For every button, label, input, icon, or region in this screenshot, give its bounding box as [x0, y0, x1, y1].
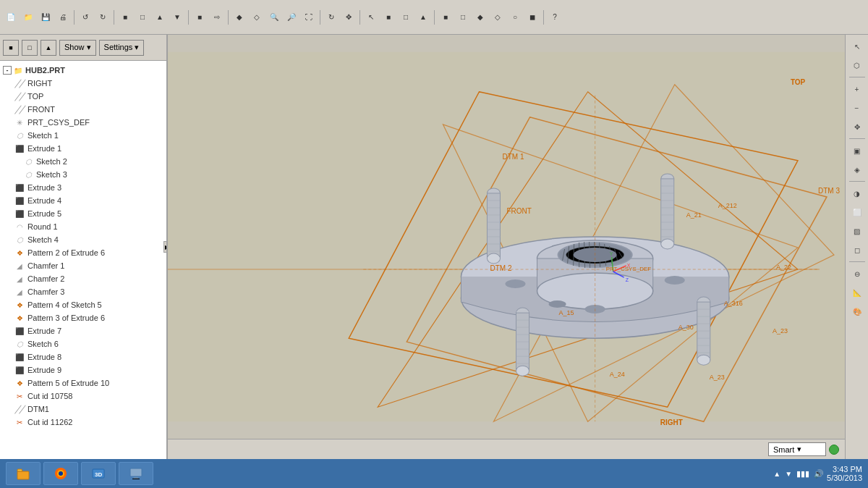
toolbar-select[interactable]: ↖	[363, 9, 379, 25]
tree-item-dtm1[interactable]: ╱╱DTM1	[0, 403, 166, 416]
sep8	[543, 10, 544, 25]
toolbar-btn10[interactable]: □	[398, 9, 414, 25]
tree-area[interactable]: - 📁 HUB2.PRT ╱╱RIGHT╱╱TOP╱╱FRONT✳PRT_CSY…	[0, 61, 166, 459]
tree-item-extrude7[interactable]: ⬛Extrude 7	[0, 324, 166, 337]
toolbar-rotate[interactable]: ↻	[323, 9, 339, 25]
tree-item-sketch1[interactable]: ⬡Sketch 1	[0, 129, 166, 142]
toolbar-btn8[interactable]: ◇	[249, 9, 265, 25]
toolbar-btn1[interactable]: ■	[117, 9, 133, 25]
svg-text:DTM 3: DTM 3	[818, 187, 840, 195]
svg-text:A_24: A_24	[610, 371, 625, 378]
taskbar-desktop[interactable]	[119, 462, 153, 485]
panel-icon-3[interactable]: ▲	[41, 40, 56, 56]
root-expand[interactable]: -	[3, 66, 12, 75]
tree-icon-pattern: ❖	[14, 378, 25, 388]
toolbar-open[interactable]: 📁	[20, 9, 36, 25]
tray-arrow-down[interactable]: ▼	[785, 470, 792, 478]
rt-hidden-lines[interactable]: ▨	[848, 222, 866, 240]
taskbar-cad-app[interactable]: 3D	[81, 462, 116, 485]
tree-item-extrude3[interactable]: ⬛Extrude 3	[0, 181, 166, 194]
rt-section[interactable]: ⊖	[848, 265, 866, 282]
toolbar-new[interactable]: 📄	[3, 9, 19, 25]
tree-item-chamfer1[interactable]: ◢Chamfer 1	[0, 259, 166, 272]
rt-measure[interactable]: 📐	[848, 284, 866, 301]
tree-item-sketch6[interactable]: ⬡Sketch 6	[0, 337, 166, 350]
toolbar-redo[interactable]: ↻	[95, 9, 111, 25]
taskbar-file-manager[interactable]	[6, 462, 41, 485]
toolbar-pan[interactable]: ✥	[341, 9, 357, 25]
toolbar-btn2[interactable]: □	[135, 9, 150, 25]
panel-icon-1[interactable]: ■	[3, 40, 19, 56]
tree-item-pattern5-extrude10[interactable]: ❖Pattern 5 of Extrude 10	[0, 376, 166, 390]
tree-item-round1[interactable]: ◠Round 1	[0, 220, 166, 233]
tree-item-extrude1[interactable]: ⬛Extrude 1	[0, 142, 166, 155]
rt-pan[interactable]: ✥	[848, 118, 866, 135]
tree-item-cut-id-11262[interactable]: ✂Cut id 11262	[0, 416, 166, 429]
tree-item-extrude4[interactable]: ⬛Extrude 4	[0, 194, 166, 207]
tree-item-prt-csys-def[interactable]: ✳PRT_CSYS_DEF	[0, 116, 166, 129]
rt-zoom-in[interactable]: +	[848, 80, 866, 98]
tree-item-extrude9[interactable]: ⬛Extrude 9	[0, 363, 166, 376]
settings-dropdown[interactable]: Settings ▾	[99, 40, 145, 56]
panel-icon-2[interactable]: □	[22, 40, 38, 56]
toolbar-print[interactable]: 🖨	[55, 9, 71, 25]
toolbar-zoom-in[interactable]: 🔍	[266, 9, 282, 25]
toolbar-help[interactable]: ?	[547, 9, 563, 25]
rt-appearance[interactable]: 🎨	[848, 303, 866, 320]
tree-item-cut-id-10758[interactable]: ✂Cut id 10758	[0, 390, 166, 403]
toolbar-btn7[interactable]: ◆	[231, 9, 247, 25]
rt-select[interactable]: ↖	[848, 38, 866, 55]
viewport[interactable]: X Y Z TOP DTM 1 DTM 2 DTM 3 FRONT PRT_CS…	[168, 35, 845, 459]
tree-item-sketch4[interactable]: ⬡Sketch 4	[0, 233, 166, 246]
tray-volume-icon[interactable]: 🔊	[814, 469, 824, 479]
toolbar-undo[interactable]: ↺	[77, 9, 93, 25]
tree-icon-pattern: ❖	[14, 248, 25, 258]
svg-text:A_23: A_23	[710, 374, 725, 381]
toolbar-btn5[interactable]: ■	[192, 9, 208, 25]
tree-icon-plane: ╱╱	[14, 104, 25, 114]
tree-item-pattern2-extrude6[interactable]: ❖Pattern 2 of Extrude 6	[0, 246, 166, 259]
tree-item-top-plane[interactable]: ╱╱TOP	[0, 90, 166, 103]
rt-zoom-out[interactable]: −	[848, 99, 866, 117]
tree-item-pattern3-extrude6[interactable]: ❖Pattern 3 of Extrude 6	[0, 311, 166, 324]
rt-view-mgr[interactable]: ▣	[848, 142, 866, 159]
toolbar-btn12[interactable]: ■	[438, 9, 454, 25]
toolbar-btn6[interactable]: ⇨	[209, 9, 225, 25]
toolbar-btn14[interactable]: ◆	[472, 9, 488, 25]
toolbar-zoom-fit[interactable]: ⛶	[301, 9, 317, 25]
tree-item-chamfer2[interactable]: ◢Chamfer 2	[0, 272, 166, 285]
tree-root[interactable]: - 📁 HUB2.PRT	[0, 64, 166, 77]
tree-item-pattern4-sketch5[interactable]: ❖Pattern 4 of Sketch 5	[0, 298, 166, 311]
rt-named-views[interactable]: ◈	[848, 161, 866, 178]
toolbar-btn9[interactable]: ■	[380, 9, 396, 25]
root-folder-icon: 📁	[13, 65, 23, 75]
toolbar-btn13[interactable]: □	[455, 9, 471, 25]
tree-item-extrude8[interactable]: ⬛Extrude 8	[0, 350, 166, 363]
tree-item-extrude5[interactable]: ⬛Extrude 5	[0, 207, 166, 220]
tree-item-chamfer3[interactable]: ◢Chamfer 3	[0, 285, 166, 298]
toolbar-btn16[interactable]: ○	[507, 9, 523, 25]
toolbar-btn17[interactable]: ◼	[524, 9, 540, 25]
tree-item-sketch3[interactable]: ⬡Sketch 3	[0, 168, 166, 181]
tree-item-sketch2[interactable]: ⬡Sketch 2	[0, 155, 166, 168]
rt-zoom-window[interactable]: ⬡	[848, 56, 866, 74]
cad-icon: 3D	[91, 466, 106, 481]
sep3	[188, 10, 189, 25]
toolbar-btn3[interactable]: ▲	[152, 9, 168, 25]
svg-rect-33	[487, 193, 500, 258]
taskbar-firefox[interactable]	[43, 462, 78, 485]
show-dropdown[interactable]: Show ▾	[59, 40, 96, 56]
toolbar-btn11[interactable]: ▲	[415, 9, 431, 25]
rt-edges[interactable]: ⬜	[848, 203, 866, 221]
smart-mode-dropdown[interactable]: Smart ▾	[768, 442, 826, 456]
rt-wireframe[interactable]: ◻	[848, 241, 866, 258]
tree-item-front-plane[interactable]: ╱╱FRONT	[0, 103, 166, 116]
toolbar-save[interactable]: 💾	[38, 9, 54, 25]
tree-item-right-plane[interactable]: ╱╱RIGHT	[0, 77, 166, 90]
rt-shaded[interactable]: ◑	[848, 185, 866, 202]
toolbar-zoom-out[interactable]: 🔎	[284, 9, 299, 25]
toolbar-btn15[interactable]: ◇	[490, 9, 506, 25]
tray-arrow-up[interactable]: ▲	[773, 470, 780, 478]
tree-icon-sketch: ⬡	[14, 339, 25, 349]
toolbar-btn4[interactable]: ▼	[169, 9, 185, 25]
